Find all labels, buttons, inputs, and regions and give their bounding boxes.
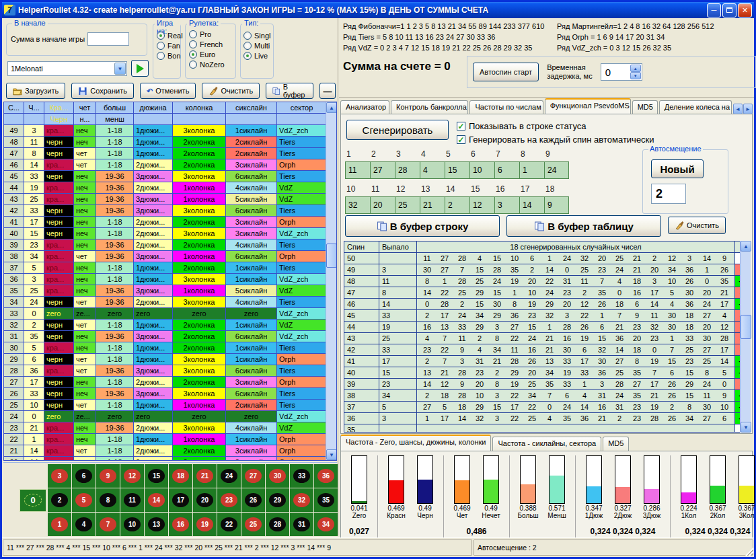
autoshift-new-button[interactable]: Новый [651,159,704,178]
board-cell-16[interactable]: 16 [169,513,192,536]
maximize-button[interactable] [722,3,736,17]
buffer-table-button[interactable]: В буфер таблицу [506,215,661,237]
tab-частоты-по-числам[interactable]: Частоты по числам [469,100,543,114]
board-cell-30[interactable]: 30 [266,464,289,488]
checkbox-autogen[interactable]: ✓ Генерировать на каждый спин автоматиче… [457,135,654,145]
radio-type-singl[interactable]: Singl [243,32,270,40]
board-cell-21[interactable]: 21 [193,464,217,488]
board-cell-20[interactable]: 20 [193,488,217,512]
play-button[interactable] [131,60,149,77]
board-cell-8[interactable]: 8 [96,488,120,512]
start-sum-input[interactable] [87,32,129,46]
spin-table-scrollbar[interactable]: ▲ ▼ [740,241,751,433]
board-cell-17[interactable]: 17 [169,488,192,512]
board-cell-14[interactable]: 14 [145,488,168,512]
history-scrollbar[interactable]: ▲ ▼ [326,102,336,460]
board-cell-6[interactable]: 6 [72,464,96,488]
spin-scroll-thumb[interactable] [741,315,751,339]
board-cell-36[interactable]: 36 [314,464,338,488]
history-scroll-thumb[interactable] [326,244,337,268]
board-cell-33[interactable]: 33 [290,464,313,488]
board-cell-26[interactable]: 26 [241,488,265,512]
board-cell-13[interactable]: 13 [145,513,168,536]
radio-type-live[interactable]: Live [243,52,270,60]
board-cell-35[interactable]: 35 [314,488,338,512]
radio-type-multi[interactable]: Multi [243,42,270,50]
board-cell-1[interactable]: 1 [48,513,71,536]
checkbox-show-status[interactable]: ✓ Показывать в строке статуса [457,121,587,131]
board-cell-5[interactable]: 5 [72,488,96,512]
board-cell-12[interactable]: 12 [120,464,144,488]
combo-dropdown-icon[interactable]: ▼ [114,63,126,75]
sixline-cell: 3сиклайн [226,445,277,457]
save-button[interactable]: Сохранить [71,83,134,99]
freq-tab-md5[interactable]: MD5 [603,437,629,451]
spin-cell: 25 [4,400,24,411]
radio-game-on-bon[interactable]: Bon [157,52,183,60]
numbers-cell: 27331212826133317302781915232514 [417,356,735,367]
board-cell-22[interactable]: 22 [217,513,241,536]
generate-button[interactable]: Сгенерировать [346,120,449,140]
clear-button[interactable]: Очистить [202,83,260,99]
scroll-down-icon[interactable]: ▼ [741,422,751,433]
undo-button[interactable]: ↶ Отменить [140,83,196,99]
board-cell-11[interactable]: 11 [120,488,144,512]
delay-spinner[interactable]: 0 ▲▼ [601,63,642,81]
spin-cell: 36 [344,413,379,424]
radio-roulette-nozero[interactable]: NoZero [189,61,225,69]
board-cell-28[interactable]: 28 [266,513,289,536]
board-cell-2[interactable]: 2 [48,488,71,512]
freq-tab-частота-zero-шансы-дюжины-колонки[interactable]: Частота - Zero, шансы, дюжины, колонки [340,435,491,451]
scroll-down-icon[interactable]: ▼ [326,449,337,460]
tab-scroll-left-icon[interactable]: ◄ [733,104,743,114]
board-cell-23[interactable]: 23 [217,488,241,512]
scroll-up-icon[interactable]: ▲ [741,241,751,252]
preset-combo[interactable]: 1Melonati ▼ [7,61,127,76]
close-button[interactable]: ✕ [738,3,752,17]
buffer-button[interactable]: В буфер [266,83,313,99]
collapse-button[interactable]: — [319,83,336,99]
board-cell-zero[interactable]: 0 [20,489,46,512]
board-cell-19[interactable]: 19 [193,513,217,536]
radio-game-on-real[interactable]: Real [157,32,183,40]
board-cell-25[interactable]: 25 [241,513,265,536]
sector-cell: Orph [277,217,327,228]
group-total: 0,027 [349,527,369,536]
board-cell-9[interactable]: 9 [96,464,120,488]
spin-cell: 48 [4,137,24,148]
autospin-button[interactable]: Автоспин старт [473,63,539,81]
tab-деление-колеса-на[interactable]: Деление колеса на [659,100,732,114]
board-cell-4[interactable]: 4 [72,513,96,536]
board-cell-31[interactable]: 31 [290,513,313,536]
radio-game-on-fan[interactable]: Fan [157,42,183,50]
tab-md5[interactable]: MD5 [632,100,658,114]
board-cell-32[interactable]: 32 [290,488,313,512]
minimize-button[interactable]: ─ [707,3,721,17]
board-cell-27[interactable]: 27 [241,464,265,488]
buffer-row-button[interactable]: В буфер строку [345,215,500,237]
board-cell-3[interactable]: 3 [48,464,71,488]
radio-roulette-euro[interactable]: Euro [189,50,225,59]
board-cell-29[interactable]: 29 [266,488,289,512]
board-cell-10[interactable]: 10 [120,513,144,536]
board-cell-18[interactable]: 18 [169,464,192,488]
board-cell-15[interactable]: 15 [145,464,168,488]
spinner-up-icon[interactable]: ▲ [630,65,641,72]
load-button[interactable]: Загрузить [6,83,65,99]
clear-generated-button[interactable]: Очистить [668,217,726,234]
radio-roulette-french[interactable]: French [189,40,225,48]
tab-функционал-psevdoms[interactable]: Функционал PsevdoMS [545,98,631,114]
spinner-down-icon[interactable]: ▼ [630,72,641,79]
freq-tab-частота-сиклайны-сектора[interactable]: Частота - сиклайны, сектора [492,437,601,451]
vdz-row: Ряд VdZ = 0 2 3 4 7 12 15 18 19 21 22 25… [343,44,532,52]
board-cell-7[interactable]: 7 [96,513,120,536]
board-cell-24[interactable]: 24 [217,464,241,488]
radio-roulette-pro[interactable]: Pro [189,30,225,38]
autoshift-value-input[interactable]: 2 [651,184,686,204]
tab-контроль-банкролла[interactable]: Контроль банкролла [391,100,468,114]
tab-scroll-right-icon[interactable]: ► [743,104,753,114]
board-cell-34[interactable]: 34 [314,513,338,536]
scroll-up-icon[interactable]: ▲ [326,102,337,113]
number-chip: 17 [172,493,189,507]
tab-анализатор[interactable]: Анализатор [340,100,389,114]
